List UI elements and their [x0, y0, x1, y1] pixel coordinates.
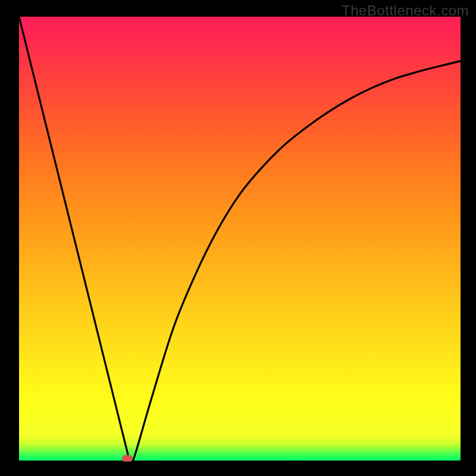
optimal-marker [122, 455, 133, 462]
watermark-text: TheBottleneck.com [342, 2, 469, 19]
plot-background [19, 17, 461, 461]
chart-canvas [0, 0, 476, 476]
chart-frame: TheBottleneck.com [0, 0, 476, 476]
